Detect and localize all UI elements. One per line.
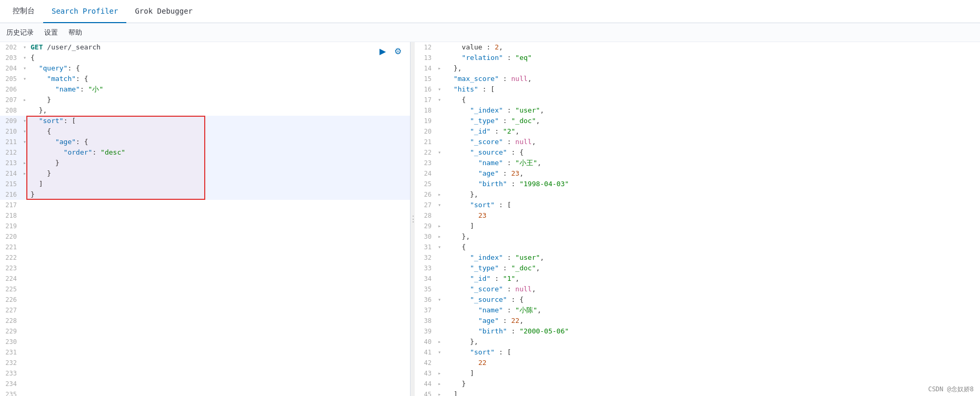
fold-icon[interactable]: ▸: [436, 63, 443, 74]
code-content: {: [28, 126, 410, 137]
code-content: },: [28, 105, 410, 116]
fold-icon[interactable]: ▸: [436, 189, 443, 200]
fold-icon[interactable]: ▸: [21, 158, 28, 168]
fold-icon[interactable]: ▾: [21, 116, 28, 126]
panel-divider[interactable]: ⋮: [411, 42, 415, 396]
editor-line: 234: [0, 379, 410, 389]
result-line: 22 ▾ "_source" : {: [415, 147, 980, 158]
line-number: 36: [415, 295, 436, 305]
editor-line: 213 ▸ }: [0, 158, 410, 168]
top-nav: 控制台 Search Profiler Grok Debugger: [0, 0, 980, 23]
fold-icon[interactable]: ▾: [436, 147, 443, 158]
result-line: 14 ▸ },: [415, 63, 980, 74]
fold-icon[interactable]: ▸: [436, 337, 443, 347]
line-number: 21: [415, 137, 436, 147]
fold-icon[interactable]: ▸: [436, 231, 443, 242]
line-number: 224: [0, 273, 21, 284]
fold-icon[interactable]: ▾: [21, 63, 28, 74]
line-number: 15: [415, 74, 436, 84]
code-editor[interactable]: 202 ▾ GET /user/_search 203 ▾ { 204 ▾ "q…: [0, 42, 410, 396]
result-line: 38 "age" : 22,: [415, 316, 980, 326]
code-content: ]: [443, 368, 980, 379]
line-number: 22: [415, 147, 436, 158]
result-line: 26 ▸ },: [415, 189, 980, 200]
fold-icon[interactable]: ▾: [436, 347, 443, 358]
result-line: 31 ▾ {: [415, 242, 980, 252]
line-number: 204: [0, 63, 21, 74]
tab-console[interactable]: 控制台: [4, 0, 43, 23]
fold-icon[interactable]: ▾: [436, 84, 443, 95]
code-content: },: [443, 337, 980, 347]
code-content: 23: [443, 210, 980, 221]
editor-line: 218: [0, 210, 410, 221]
result-line: 24 "age" : 23,: [415, 168, 980, 179]
editor-line: 235: [0, 389, 410, 396]
line-number: 226: [0, 295, 21, 305]
fold-icon[interactable]: ▾: [21, 137, 28, 147]
code-content: }: [443, 379, 980, 389]
line-number: 42: [415, 358, 436, 368]
fold-icon[interactable]: ▾: [21, 126, 28, 137]
run-button[interactable]: ▶: [377, 45, 388, 57]
code-content: "_id" : "1",: [443, 273, 980, 284]
editor-line: 216 }: [0, 189, 410, 200]
fold-icon[interactable]: ▾: [436, 95, 443, 105]
code-content: "name" : "小王",: [443, 158, 980, 168]
editor-line: 211 ▾ "age": {: [0, 137, 410, 147]
fold-icon[interactable]: ▾: [21, 42, 28, 53]
fold-icon[interactable]: ▾: [436, 200, 443, 210]
result-line: 27 ▾ "sort" : [: [415, 200, 980, 210]
fold-icon[interactable]: ▸: [21, 95, 28, 105]
editor-line: 231: [0, 347, 410, 358]
fold-icon[interactable]: ▾: [436, 242, 443, 252]
code-content: ]: [28, 179, 410, 189]
line-number: 30: [415, 231, 436, 242]
secondary-history[interactable]: 历史记录: [6, 28, 34, 37]
result-line: 29 ▸ ]: [415, 221, 980, 231]
wrench-button[interactable]: ⚙: [392, 45, 404, 57]
editor-line: 230: [0, 337, 410, 347]
editor-panel: ▶ ⚙ 202 ▾ GET /user/_search 203 ▾ { 204 …: [0, 42, 411, 396]
code-content: "_type" : "_doc",: [443, 263, 980, 273]
editor-line: 202 ▾ GET /user/_search: [0, 42, 410, 53]
editor-line: 233: [0, 368, 410, 379]
fold-icon[interactable]: ▾: [21, 53, 28, 63]
result-panel[interactable]: 12 value : 2, 13 "relation" : "eq" 14 ▸ …: [415, 42, 980, 396]
fold-icon[interactable]: ▸: [436, 389, 443, 396]
code-content: "order": "desc": [28, 147, 410, 158]
editor-line: 220: [0, 231, 410, 242]
line-number: 214: [0, 168, 21, 179]
fold-icon[interactable]: ▸: [436, 221, 443, 231]
fold-icon[interactable]: ▾: [436, 295, 443, 305]
main-area: ▶ ⚙ 202 ▾ GET /user/_search 203 ▾ { 204 …: [0, 42, 980, 396]
result-line: 33 "_type" : "_doc",: [415, 263, 980, 273]
code-content: "age" : 23,: [443, 168, 980, 179]
editor-line: 222: [0, 252, 410, 263]
line-number: 16: [415, 84, 436, 95]
tab-grok-debugger[interactable]: Grok Debugger: [126, 0, 201, 23]
line-number: 29: [415, 221, 436, 231]
line-number: 212: [0, 147, 21, 158]
line-number: 18: [415, 105, 436, 116]
fold-icon[interactable]: ▸: [436, 368, 443, 379]
line-number: 217: [0, 200, 21, 210]
editor-line: 205 ▾ "match": {: [0, 74, 410, 84]
line-number: 227: [0, 305, 21, 316]
result-line: 15 "max_score" : null,: [415, 74, 980, 84]
code-content: "relation" : "eq": [443, 53, 980, 63]
tab-search-profiler[interactable]: Search Profiler: [43, 0, 126, 23]
secondary-settings[interactable]: 设置: [44, 28, 58, 37]
line-number: 215: [0, 179, 21, 189]
line-number: 207: [0, 95, 21, 105]
code-content: {: [443, 95, 980, 105]
line-number: 231: [0, 347, 21, 358]
fold-icon[interactable]: ▾: [21, 74, 28, 84]
fold-icon[interactable]: ▸: [21, 168, 28, 179]
fold-icon[interactable]: ▸: [436, 379, 443, 389]
editor-line: 212 "order": "desc": [0, 147, 410, 158]
code-content: ]: [443, 221, 980, 231]
editor-toolbar: ▶ ⚙: [377, 45, 404, 57]
code-content: "sort": [: [28, 116, 410, 126]
secondary-help[interactable]: 帮助: [68, 28, 82, 37]
result-line: 45 ▸ ]: [415, 389, 980, 396]
